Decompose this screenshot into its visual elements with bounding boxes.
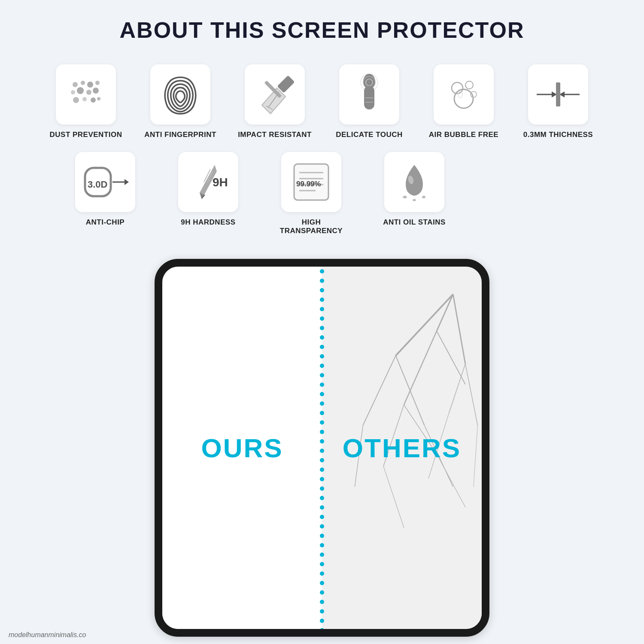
page-wrapper: ABOUT THIS SCREEN PROTECTOR <box>0 0 644 644</box>
ours-side: OURS <box>162 267 322 629</box>
svg-point-5 <box>77 87 84 94</box>
svg-line-55 <box>396 294 453 355</box>
svg-point-54 <box>413 199 416 201</box>
feature-high-transparency: 99.99% HIGH TRANSPARENCY <box>270 152 352 235</box>
transparency-icon: 99.99% <box>288 161 335 204</box>
svg-point-11 <box>97 97 100 100</box>
feature-impact-resistant: IMPACT RESISTANT <box>234 64 316 139</box>
svg-line-69 <box>449 364 465 413</box>
feature-thickness: 0.3MM THICHNESS <box>517 64 599 139</box>
feature-label-fingerprint: ANTI FINGERPRINT <box>144 131 216 139</box>
feature-label-9h: 9H HARDNESS <box>181 218 235 227</box>
feature-label-impact: IMPACT RESISTANT <box>238 131 312 139</box>
svg-point-7 <box>93 88 99 94</box>
svg-line-60 <box>363 355 395 425</box>
svg-point-1 <box>81 81 85 85</box>
fingerprint-icon <box>161 73 200 116</box>
feature-dust-prevention: DUST PREVENTION <box>45 64 127 139</box>
svg-rect-34 <box>556 82 560 106</box>
feature-label-transparency: HIGH TRANSPARENCY <box>270 218 352 235</box>
feature-icon-box-9h: 9H <box>178 152 238 212</box>
feature-icon-box-impact <box>245 64 305 125</box>
svg-point-6 <box>86 90 91 95</box>
ours-label: OURS <box>201 433 283 463</box>
svg-line-71 <box>474 425 478 487</box>
9h-icon: 9H <box>187 161 230 204</box>
dust-icon <box>67 75 105 114</box>
svg-text:3.0D: 3.0D <box>88 179 107 190</box>
feature-icon-box-fingerprint <box>150 64 210 125</box>
feature-label-chip: ANTI-CHIP <box>86 218 125 227</box>
svg-point-3 <box>95 81 100 85</box>
watermark: modelhumanminimalis.co <box>9 631 86 639</box>
svg-point-52 <box>403 196 407 198</box>
others-side: OTHERS <box>322 267 482 629</box>
svg-text:9H: 9H <box>213 176 228 189</box>
feature-delicate-touch: DELICATE TOUCH <box>328 64 410 139</box>
thickness-icon <box>535 77 582 112</box>
phone-frame: OURS <box>155 259 489 637</box>
svg-line-68 <box>465 364 478 425</box>
page-title: ABOUT THIS SCREEN PROTECTOR <box>120 17 525 43</box>
feature-icon-box-bubble <box>434 64 494 125</box>
comparison-section: OURS <box>155 259 489 637</box>
feature-label-thickness: 0.3MM THICHNESS <box>523 131 593 139</box>
feature-icon-box-oil <box>384 152 444 212</box>
feature-label-oil: ANTI OIL STAINS <box>383 218 446 227</box>
svg-line-56 <box>453 294 465 364</box>
bubble-icon <box>444 73 483 116</box>
feature-air-bubble-free: AIR BUBBLE FREE <box>423 64 504 139</box>
feature-label-dust: DUST PREVENTION <box>49 131 122 139</box>
feature-icon-box-chip: 3.0D <box>75 152 135 212</box>
svg-marker-38 <box>125 179 129 185</box>
svg-point-25 <box>454 89 473 108</box>
feature-icon-box-dust <box>56 64 116 125</box>
svg-point-29 <box>458 91 462 98</box>
feature-label-bubble: AIR BUBBLE FREE <box>429 131 498 139</box>
oil-icon <box>397 161 431 204</box>
svg-line-61 <box>396 355 425 425</box>
svg-line-66 <box>383 466 404 528</box>
svg-point-8 <box>73 97 79 103</box>
antichip-icon: 3.0D <box>82 163 129 201</box>
touch-icon <box>352 73 386 116</box>
svg-point-0 <box>73 82 78 87</box>
svg-point-53 <box>422 196 425 198</box>
features-row-2: 3.0D ANTI-CHIP <box>26 152 618 235</box>
dotted-divider <box>321 267 323 629</box>
others-label: OTHERS <box>343 433 461 463</box>
feature-anti-fingerprint: ANTI FINGERPRINT <box>140 64 221 139</box>
hammer-icon <box>253 75 296 114</box>
svg-point-27 <box>465 81 473 89</box>
svg-point-2 <box>87 82 93 88</box>
svg-point-4 <box>71 90 75 94</box>
svg-text:99.99%: 99.99% <box>296 180 321 188</box>
svg-point-9 <box>82 97 87 101</box>
features-row-1: DUST PREVENTION <box>26 64 618 139</box>
feature-anti-chip: 3.0D ANTI-CHIP <box>64 152 146 235</box>
feature-anti-oil: ANTI OIL STAINS <box>374 152 455 235</box>
feature-icon-box-transparency: 99.99% <box>281 152 341 212</box>
features-section: DUST PREVENTION <box>26 64 618 250</box>
feature-9h-hardness: 9H 9H HARDNESS <box>167 152 249 235</box>
feature-icon-box-thickness <box>528 64 588 125</box>
svg-point-10 <box>91 97 96 103</box>
feature-label-touch: DELICATE TOUCH <box>336 131 403 139</box>
svg-line-57 <box>437 294 453 331</box>
feature-icon-box-touch <box>339 64 399 125</box>
